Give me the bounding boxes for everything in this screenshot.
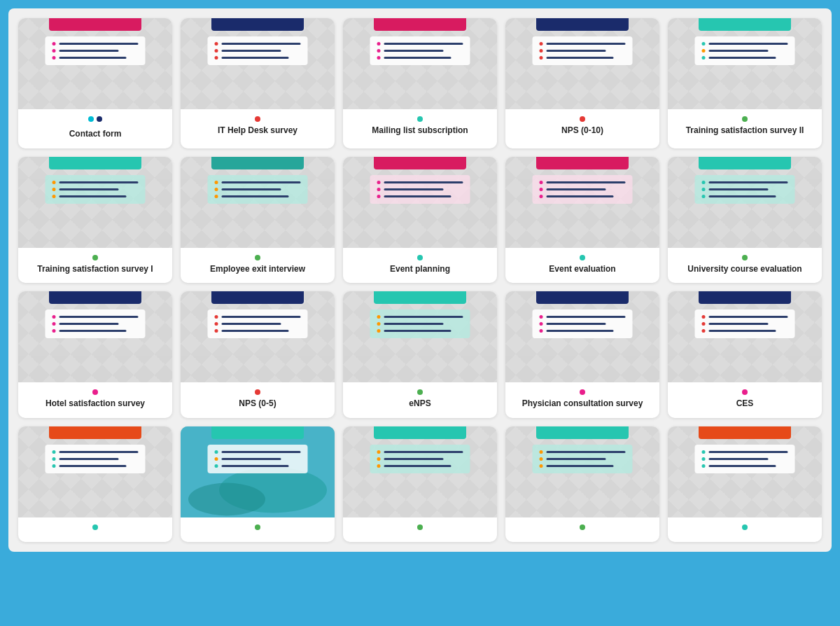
card-info: CES [668,382,822,418]
card-title: Physician consultation survey [522,398,643,410]
form-mock [208,36,308,65]
card-preview [668,18,822,109]
template-card-physician-consultation[interactable]: Physician consultation survey [505,291,659,418]
card-dot [255,389,260,395]
template-card-ces[interactable]: CES [668,291,822,418]
form-mock [46,36,146,65]
card-dot [92,524,98,530]
card-dot-2 [97,116,102,122]
accent-bar [699,18,791,31]
card-preview [181,426,335,517]
card-dot-pair [88,116,102,125]
card-info: University course evaluation [668,248,822,284]
form-mock [208,309,308,338]
card-preview [343,157,497,248]
form-mock [533,445,633,473]
form-mock [46,445,146,473]
accent-bar [699,426,791,439]
card-title: Event evaluation [549,264,615,275]
template-card-it-help-desk[interactable]: IT Help Desk survey [181,18,335,148]
card-title: IT Help Desk survey [218,125,298,137]
card-info: Training satisfaction survey II [668,109,822,148]
card-preview [181,291,335,382]
card-dot [580,524,585,530]
template-card-training-satisfaction-1[interactable]: Training satisfaction survey I [18,157,172,284]
card-title: eNPS [409,398,430,410]
card-info [505,517,659,542]
template-card-row4-2[interactable] [181,426,335,542]
accent-bar [374,426,466,439]
card-dot [580,255,585,260]
template-grid: Contact form IT Help Desk survey [8,8,832,552]
card-dot [255,255,260,260]
card-title: CES [736,398,754,410]
card-dot [742,116,748,122]
card-preview [505,157,659,248]
template-card-row4-3[interactable] [343,426,497,542]
card-title: Contact form [69,129,122,140]
card-preview [343,426,497,517]
card-info: NPS (0-5) [181,382,335,418]
template-card-university-course[interactable]: University course evaluation [668,157,822,284]
card-dot [417,389,423,395]
card-dot [92,255,98,260]
card-dot [580,116,585,122]
template-card-event-evaluation[interactable]: Event evaluation [505,157,659,284]
template-card-employee-exit[interactable]: Employee exit interview [181,157,335,284]
form-mock [46,175,146,204]
accent-bar [699,157,791,169]
card-dot [255,524,260,530]
accent-bar [211,291,304,304]
template-card-row4-5[interactable] [668,426,822,542]
card-info: Training satisfaction survey I [18,248,172,284]
template-card-row4-4[interactable] [505,426,659,542]
template-card-nps-0-10[interactable]: NPS (0-10) [505,18,659,148]
template-card-row4-1[interactable] [18,426,172,542]
card-title: Hotel satisfaction survey [46,398,145,410]
card-title: NPS (0-5) [239,398,276,410]
form-mock [533,309,633,338]
card-preview [18,291,172,382]
card-info: Mailing list subscription [343,109,497,148]
card-dot [417,524,423,530]
template-card-training-satisfaction-2[interactable]: Training satisfaction survey II [668,18,822,148]
template-card-hotel-satisfaction[interactable]: Hotel satisfaction survey [18,291,172,418]
form-mock [695,445,795,473]
accent-bar [211,18,304,31]
template-card-enps[interactable]: eNPS [343,291,497,418]
accent-bar [374,157,466,169]
accent-bar [49,157,141,169]
card-dot [742,389,748,395]
form-mock [208,175,308,204]
accent-bar [211,157,304,169]
form-mock [370,445,470,473]
form-mock [695,309,795,338]
card-dot [417,255,423,260]
template-card-nps-0-5[interactable]: NPS (0-5) [181,291,335,418]
card-preview [505,426,659,517]
card-title: University course evaluation [687,264,802,275]
card-info: Employee exit interview [181,248,335,284]
card-preview [343,291,497,382]
template-card-contact-form[interactable]: Contact form [18,18,172,148]
accent-bar [536,426,629,439]
form-mock [208,445,308,473]
card-dot [742,255,748,260]
card-info: Physician consultation survey [505,382,659,418]
card-dot [417,116,423,122]
card-info: Event planning [343,248,497,284]
card-info: NPS (0-10) [505,109,659,148]
card-dot [255,116,260,122]
accent-bar [699,291,791,304]
form-mock [370,36,470,65]
accent-bar [374,291,466,304]
card-preview [668,157,822,248]
card-info [18,517,172,542]
template-card-mailing-list[interactable]: Mailing list subscription [343,18,497,148]
card-info: Contact form [18,109,172,148]
card-preview [505,291,659,382]
template-card-event-planning[interactable]: Event planning [343,157,497,284]
card-info: IT Help Desk survey [181,109,335,148]
accent-bar [536,157,629,169]
accent-bar [49,18,141,31]
